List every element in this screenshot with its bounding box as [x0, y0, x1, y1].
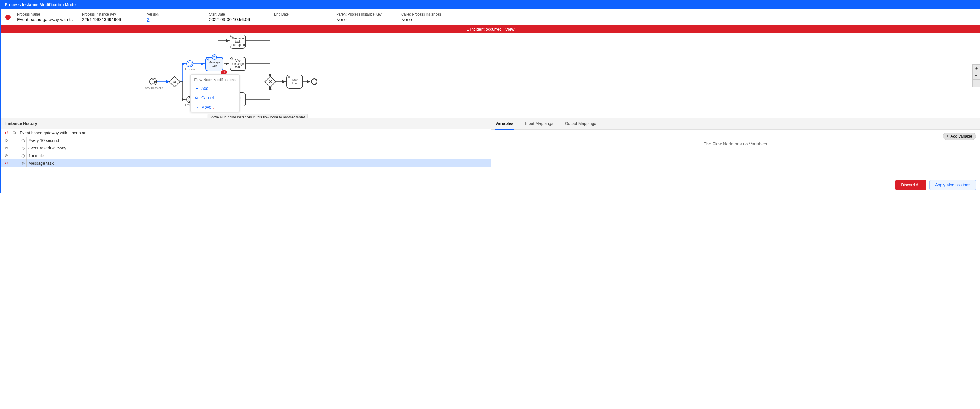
modification-footer: Discard All Apply Modifications [1, 177, 980, 193]
history-row[interactable]: ⊘◇eventBasedGateway [1, 144, 491, 152]
incident-text: 1 Incident occurred [467, 27, 502, 32]
message-icon [212, 54, 217, 60]
process-name-label: Process Name [17, 12, 76, 16]
task-message-label: Message task [208, 61, 221, 67]
check-icon: ⊘ [5, 138, 8, 143]
bpmn-diagram[interactable]: Every 10 second ◎ 1 minute 1 minute ⚙ Me… [1, 33, 980, 118]
incident-view-link[interactable]: View [505, 27, 515, 32]
popover-cancel[interactable]: ⊘Cancel [191, 93, 239, 102]
move-tooltip: Move all running instances in this flow … [208, 114, 307, 118]
plus-icon: + [195, 86, 199, 91]
gear-icon: ⚙ [231, 58, 234, 61]
history-row-label: Message task [26, 159, 491, 167]
instance-history-panel: Instance History ●!🗎Event based gateway … [1, 118, 491, 177]
history-row-label: eventBasedGateway [26, 144, 491, 152]
zoom-controls: ◈ + − [972, 64, 980, 87]
popover-title: Flow Node Modifications [191, 75, 239, 84]
parent-key-label: Parent Process Instance Key [336, 12, 395, 16]
tab-output-mappings[interactable]: Output Mappings [565, 121, 597, 129]
add-variable-button[interactable]: +Add Variable [943, 133, 976, 140]
start-timer-label: Every 10 second [143, 87, 164, 90]
doc-icon: 🗎 [11, 130, 18, 135]
called-instances-label: Called Process Instances [401, 12, 460, 16]
called-instances-value: None [401, 17, 460, 22]
task-last-label: Last task [289, 78, 301, 85]
history-row[interactable]: ●!⚙Message task [1, 159, 491, 167]
task-last[interactable]: ⚙ Last task [286, 75, 303, 89]
version-label: Version [147, 12, 203, 16]
history-row-label: Event based gateway with timer start [18, 129, 491, 136]
history-row[interactable]: ⊘◷Every 10 second [1, 136, 491, 144]
check-icon: ⊘ [5, 146, 8, 150]
end-date-value: -- [274, 17, 330, 22]
end-event[interactable] [311, 78, 318, 85]
gateway-icon: ◇ [20, 146, 26, 151]
task-after-msg-label: After message task [232, 59, 244, 69]
task-message-interrupted[interactable]: ⚙ Message task interrupted [230, 35, 246, 49]
tab-variables[interactable]: Variables [495, 121, 514, 130]
history-row-label: Every 10 second [26, 136, 491, 144]
timer-event-1[interactable] [186, 60, 193, 67]
cancel-icon: ⊘ [195, 95, 199, 100]
variables-panel: VariablesInput MappingsOutput Mappings +… [491, 118, 980, 177]
start-date-label: Start Date [209, 12, 268, 16]
plus-icon: + [947, 134, 949, 138]
end-date-label: End Date [274, 12, 330, 16]
timer-icon: ◷ [20, 153, 26, 158]
timer-1-label: 1 minute [182, 68, 197, 71]
history-row-label: 1 minute [26, 152, 491, 159]
gear-icon: ⚙ [207, 58, 209, 61]
instance-key-value: 2251799813694906 [82, 17, 141, 22]
modification-mode-banner: Process Instance Modification Mode [1, 0, 980, 10]
popover-move[interactable]: →Move [191, 102, 239, 112]
timer-icon: ◷ [20, 138, 26, 143]
history-row[interactable]: ⊘◷1 minute [1, 152, 491, 159]
parent-key-value: None [336, 17, 395, 22]
incident-banner: 1 Incident occurred View [1, 25, 980, 33]
variables-empty-text: The Flow Node has no Variables [495, 141, 976, 146]
incident-icon: ●! [5, 130, 8, 135]
move-pointer-arrow [214, 109, 239, 109]
instance-meta-row: ! Process Name Event based gateway with … [1, 10, 980, 25]
gear-icon: ⚙ [288, 76, 290, 79]
incident-icon: ●! [5, 161, 8, 165]
gear-icon: ⚙ [231, 36, 234, 39]
discard-all-button[interactable]: Discard All [896, 180, 926, 190]
locate-button[interactable]: ◈ [972, 64, 980, 72]
instance-history-title: Instance History [1, 118, 491, 129]
zoom-in-button[interactable]: + [972, 72, 980, 79]
tab-input-mappings[interactable]: Input Mappings [525, 121, 554, 129]
process-name-value: Event based gateway with timer... [17, 17, 76, 22]
incident-icon: ! [5, 14, 11, 20]
start-date-value: 2022-09-30 10:56:06 [209, 17, 268, 22]
task-after-message[interactable]: ⚙ After message task [230, 57, 246, 71]
history-row[interactable]: ●!🗎Event based gateway with timer start [1, 129, 491, 136]
gear-icon: ⚙ [20, 161, 26, 166]
start-timer-event[interactable] [150, 78, 157, 86]
version-link[interactable]: 2 [147, 17, 203, 22]
task-message[interactable]: ⚙ Message task [205, 57, 223, 71]
flow-node-popover: Flow Node Modifications +Add ⊘Cancel →Mo… [190, 74, 240, 112]
apply-modifications-button[interactable]: Apply Modifications [929, 180, 976, 190]
arrow-right-icon: → [195, 105, 199, 109]
zoom-out-button[interactable]: − [972, 79, 980, 87]
check-icon: ⊘ [5, 153, 8, 158]
popover-add[interactable]: +Add [191, 84, 239, 93]
instance-key-label: Process Instance Key [82, 12, 141, 16]
